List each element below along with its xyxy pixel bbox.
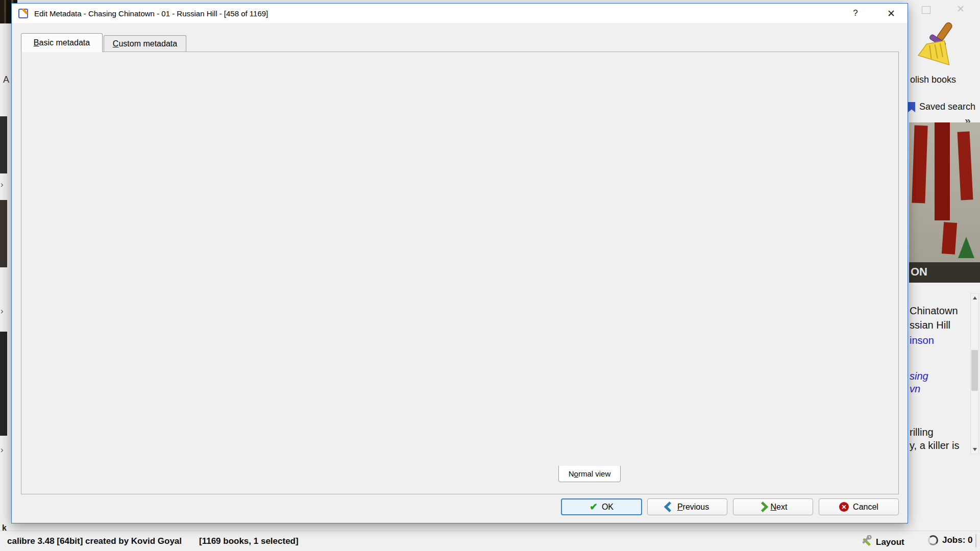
bg-details-comment-fragment1: rilling <box>910 427 934 438</box>
ok-button[interactable]: ✔ OK <box>561 498 642 515</box>
layout-button[interactable]: Layout <box>861 535 904 549</box>
bg-details-author-link[interactable]: inson <box>910 335 934 346</box>
bg-details-scrollbar[interactable] <box>970 293 979 454</box>
bg-close-icon: ✕ <box>957 3 965 15</box>
next-button[interactable]: Next <box>733 498 813 515</box>
tab-normal-view[interactable]: Normal view <box>558 466 621 482</box>
bg-left-chevron2: › <box>1 306 4 316</box>
check-icon: ✔ <box>590 501 598 513</box>
dialog-title: Edit Metadata - Chasing Chinatown - 01 -… <box>34 9 268 18</box>
status-books-info: [1169 books, 1 selected] <box>199 536 299 546</box>
bg-details-title2-fragment: ssian Hill <box>910 319 950 331</box>
help-button[interactable]: ? <box>848 7 863 20</box>
bg-left-cover-strip1 <box>0 116 7 173</box>
jobs-label: Jobs: 0 <box>942 535 973 545</box>
saved-search-icon[interactable] <box>907 102 917 115</box>
bg-cover-on-text: ON <box>911 265 927 279</box>
bg-restore-icon <box>922 6 930 14</box>
dialog-titlebar: Edit Metadata - Chasing Chinatown - 01 -… <box>12 4 908 23</box>
next-label: Next <box>771 503 788 512</box>
bg-details-comment-fragment2: y, a killer is <box>910 440 959 452</box>
status-bar: calibre 3.48 [64bit] created by Kovid Go… <box>0 531 980 551</box>
polish-books-label: olish books <box>910 74 956 85</box>
cancel-button[interactable]: ✕ Cancel <box>819 498 899 515</box>
tab-normal-view-label: Normal view <box>569 469 611 478</box>
close-button[interactable]: ✕ <box>884 7 899 20</box>
right-arrow-icon <box>757 502 768 512</box>
saved-search-label: Saved search <box>919 102 975 112</box>
previous-label: Previous <box>677 503 709 512</box>
tab-basic-metadata[interactable]: Basic metadata <box>21 33 103 52</box>
jobs-spinner-icon <box>928 535 938 545</box>
screen: ✕ olish books » Saved search ON Chinatow… <box>0 0 980 551</box>
polish-books-icon[interactable] <box>912 21 959 72</box>
bg-details-series-link2[interactable]: vn <box>910 383 920 395</box>
bg-left-letter: A <box>3 74 9 85</box>
status-app-info: calibre 3.48 [64bit] created by Kovid Go… <box>7 536 182 546</box>
bg-left-chevron3: › <box>1 445 4 455</box>
tab-page-frame <box>21 52 899 494</box>
layout-label: Layout <box>876 537 904 547</box>
ok-label: OK <box>602 503 614 512</box>
previous-button[interactable]: Previous <box>647 498 727 515</box>
left-arrow-icon <box>664 502 675 512</box>
bg-left-cover-strip3 <box>0 332 7 436</box>
dialog-icon <box>18 8 29 19</box>
cancel-x-icon: ✕ <box>839 502 849 512</box>
bg-left-chevron1: › <box>1 180 4 190</box>
jobs-button[interactable]: Jobs: 0 <box>928 535 973 545</box>
cancel-label: Cancel <box>853 503 878 512</box>
bg-details-series-link1[interactable]: sing <box>910 370 928 382</box>
bg-left-cover-strip2 <box>0 200 7 267</box>
tab-custom-metadata[interactable]: Custom metadata <box>104 35 186 52</box>
tab-basic-label: Basic metadata <box>34 38 90 47</box>
layout-tools-icon <box>861 535 872 549</box>
status-grip <box>975 534 976 547</box>
edit-metadata-dialog: Edit Metadata - Chasing Chinatown - 01 -… <box>11 3 908 523</box>
tab-custom-label: Custom metadata <box>113 39 177 48</box>
bg-details-title-fragment: Chinatown <box>910 305 958 317</box>
bg-book-cover-fragment: ON <box>909 122 980 283</box>
